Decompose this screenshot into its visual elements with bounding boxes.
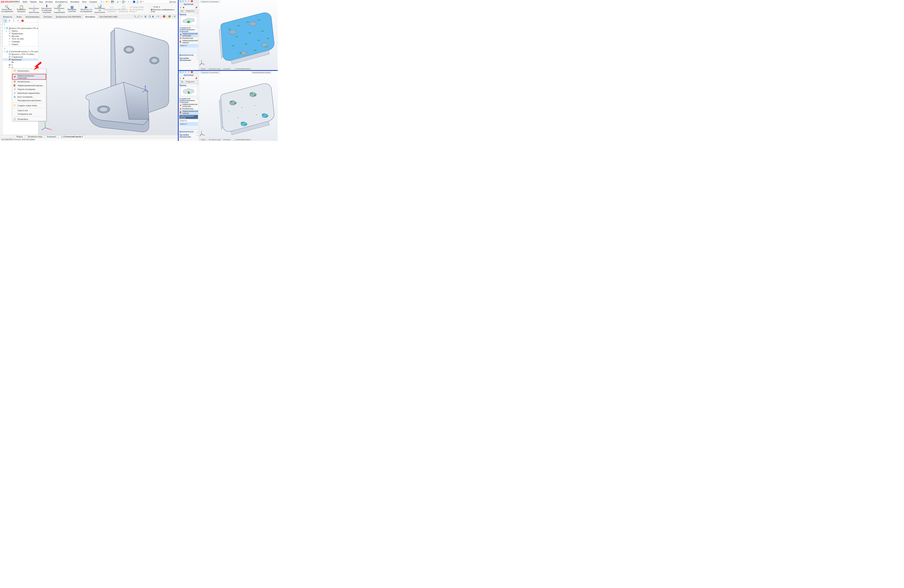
breadcrumb-root-2[interactable]: 🧊 Деталь1 (По умолчани... — [200, 72, 220, 74]
view-orientation-icon[interactable]: 🧊 — [148, 15, 151, 18]
taskpane-tab-5[interactable] — [0, 34, 2, 36]
menu-file[interactable]: Файл — [21, 0, 29, 4]
pmb-fixed-geometry[interactable]: 📌Зафиксированная геометрия — [179, 103, 198, 107]
rebuild-icon[interactable]: 🔄 — [122, 0, 125, 3]
menu-tools[interactable]: Инструменты — [54, 0, 69, 4]
external-loads-advisor-button[interactable]: ⬇Консультант по внешним нагрузкам — [41, 4, 53, 14]
btab-3dviews[interactable]: Трехмерные виды — [25, 136, 44, 138]
open-icon[interactable]: 📂 — [106, 0, 108, 3]
sbtab-3d-1[interactable]: Трехмерные виды — [207, 68, 222, 70]
prev-view-icon[interactable]: ↩ — [141, 15, 144, 18]
pm-tab-type[interactable]: Тип — [179, 10, 185, 12]
tree-history[interactable]: ▸🕘History — [3, 30, 38, 32]
pm-cancel-icon[interactable]: ✖ — [183, 6, 185, 9]
pmb-pin-icon[interactable]: 📌 — [195, 77, 198, 80]
pm-tab-split[interactable]: Разделить — [185, 10, 196, 12]
pm-ok-icon[interactable]: ✔ — [180, 6, 182, 9]
ctx-new-folder[interactable]: 📁Создать новую папку — [12, 104, 46, 107]
sbtab-model-2[interactable]: Модель — [200, 139, 207, 140]
tree-top-plane[interactable]: ▱Сверху — [3, 43, 38, 46]
pm-tab5-icon[interactable]: 🔴 — [191, 0, 193, 3]
ctx-hide-all[interactable]: Скрыть все — [12, 109, 46, 112]
menu-edit[interactable]: Правка — [29, 0, 38, 4]
ctx-copy[interactable]: 📋Копировать — [12, 117, 46, 121]
settings-icon[interactable]: ⚙ — [139, 0, 142, 3]
menu-help[interactable]: Справка — [88, 0, 98, 4]
taskpane-tab-6[interactable] — [0, 37, 2, 39]
hide-show-icon[interactable]: 👁 — [157, 15, 160, 18]
pmb-roller[interactable]: 🛞Ролик/ползун — [179, 107, 198, 110]
tree-root[interactable]: ▾🧊Деталь1 (По умолчанию<<По умол — [3, 27, 38, 30]
fm-tab-tree-icon[interactable]: 🧊 — [3, 19, 7, 23]
display-style-icon[interactable]: ▣ — [152, 15, 155, 18]
side-viewport-bottom[interactable]: 🧊 Деталь1 (По умолчани... Зафиксированны… — [199, 71, 278, 141]
appearance-icon[interactable]: 🔵 — [133, 0, 136, 3]
save-icon[interactable]: 💾 — [111, 0, 114, 3]
shell-manager-button[interactable]: ▦Менеджер оболочки — [66, 4, 78, 14]
scene-icon[interactable]: 🟢 — [168, 15, 171, 18]
pm-selection-face1[interactable]: Грань<1> — [179, 44, 198, 47]
sbtab-static-2[interactable]: 📊 Статический анализ 1 — [232, 139, 252, 140]
options-icon[interactable]: 📋 — [136, 0, 139, 3]
report-button[interactable]: 📄 Отчет ▾ — [151, 6, 177, 8]
sbtab-motion-1[interactable]: Анимация1 — [222, 68, 232, 70]
new-icon[interactable]: 🗋 — [100, 0, 103, 3]
tab-sketch[interactable]: Эскиз — [14, 15, 24, 19]
taskpane-tab-7[interactable] — [0, 40, 2, 43]
view-settings-icon[interactable]: 🖥 — [174, 15, 177, 18]
sbtab-3d-2[interactable]: Трехмерные виды — [207, 139, 222, 140]
pm-fixed-hinge[interactable]: 🧲Зафиксированный шарнир — [179, 39, 198, 44]
graphics-viewport[interactable]: Y X Z — [38, 19, 178, 135]
breadcrumb-root[interactable]: 🧊 Деталь1 (По умолчани... — [200, 1, 220, 3]
menu-simulation[interactable]: Simulation — [69, 0, 81, 4]
pm-tab1-icon[interactable]: 🧊 — [179, 0, 182, 3]
fm-tab-properties-icon[interactable]: ☰ — [7, 19, 11, 23]
menu-window[interactable]: Окно — [81, 0, 88, 4]
pmb-tab5-icon[interactable]: 🔴 — [191, 71, 193, 74]
tree-part-item[interactable]: 🧊Деталь1 (-7075-T6 (SN)-) — [3, 53, 38, 55]
tab-simulation[interactable]: Simulation — [83, 15, 97, 19]
btab-motion[interactable]: Анимация1 — [45, 136, 58, 138]
pm-tab4-icon[interactable]: ✦ — [188, 0, 190, 3]
pmb-selection-box[interactable] — [179, 126, 198, 129]
pmb-cancel-icon[interactable]: ✖ — [183, 77, 185, 80]
tree-front-plane[interactable]: ▱Спереди — [3, 40, 38, 43]
tree-connections[interactable]: 🔗Соединения — [3, 55, 38, 58]
include-image-button[interactable]: 🖼 Включить изображение в отчет — [151, 9, 177, 13]
pm-fixed-geometry[interactable]: 📌Зафиксированная геометрия — [179, 32, 198, 37]
pm-pin-icon[interactable]: 📌 — [195, 6, 198, 9]
zoom-fit-icon[interactable]: 🔍 — [134, 15, 137, 18]
pmb-tab-split[interactable]: Разделить — [185, 81, 196, 83]
side-viewport-top[interactable]: 🧊 Деталь1 (По умолчани... — [199, 0, 278, 70]
study-advisor-button[interactable]: 🔍Консультант исследования — [1, 4, 13, 14]
taskpane-tab-2[interactable] — [0, 25, 2, 27]
pmb-tab1-icon[interactable]: 🧊 — [179, 71, 182, 74]
tree-study[interactable]: ▾📊Статический анализ 1 (-По умолчанию- — [3, 50, 38, 53]
fm-tab-display-icon[interactable]: 🔴 — [20, 19, 25, 23]
taskpane-tab-3[interactable] — [0, 28, 2, 30]
tab-mbd[interactable]: SOLIDWORKS MBD — [97, 15, 120, 19]
print-icon[interactable]: 🖨 — [116, 0, 119, 3]
tree-material[interactable]: ⅊7075-T6 (SN) — [3, 38, 38, 40]
pmb-tab3-icon[interactable]: ⎘ — [185, 71, 188, 74]
fixtures-advisor-button[interactable]: ↓Консультант по креплениям — [28, 4, 40, 14]
taskpane-tab-4[interactable] — [0, 31, 2, 33]
ctx-show-all[interactable]: Отобразить все — [12, 112, 46, 116]
appearances-icon[interactable]: 🔴 — [163, 15, 166, 18]
tree-annotations[interactable]: 📝Примечания — [3, 32, 38, 35]
ctx-foundation-bolt[interactable]: 🔩Болт основания... — [12, 95, 46, 99]
sbtab-motion-2[interactable]: Анимация1 — [222, 139, 232, 140]
run-study-button[interactable]: ▶Запустить это исследование — [80, 4, 92, 14]
ctx-roller-slider[interactable]: 🛞Ролик/ползун... — [12, 80, 46, 84]
apply-material-button[interactable]: 📋Применить материал — [15, 4, 27, 14]
pmb-tab2-icon[interactable]: ☰ — [182, 71, 185, 74]
menu-insert[interactable]: Вставка — [44, 0, 54, 4]
sbtab-static-1[interactable]: 📊 Статический анализ 1 — [232, 68, 252, 70]
ctx-advanced-fixtures[interactable]: Расширенные крепления... — [12, 99, 46, 102]
pmb-tab-type[interactable]: Тип — [179, 81, 185, 83]
section-view-icon[interactable]: ◧ — [145, 15, 147, 18]
pmb-selection-face1[interactable]: Грань<1> — [179, 123, 198, 125]
ctx-elastic-support[interactable]: ≋Упругое основание... — [12, 87, 46, 91]
ctx-fixed-geometry[interactable]: 📌Зафиксированная геометрия... — [12, 74, 46, 80]
taskpane-tab-8[interactable] — [0, 43, 2, 46]
